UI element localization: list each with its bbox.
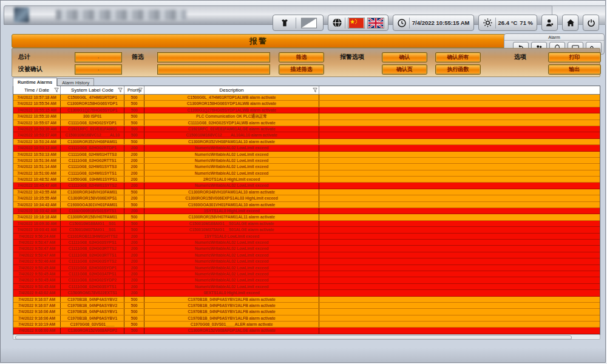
language-english-button[interactable] <box>367 18 384 29</box>
row-system-label-code: C1300ROR158V006EXPS1 <box>61 195 124 201</box>
home-icon <box>566 18 575 28</box>
table-row[interactable]: 7/4/2022 9:16:07 AMC1970B1B_04NP4ASYBV25… <box>13 297 600 303</box>
table-row[interactable]: 7/4/2022 10:03:41 AMC150010M375AIG1__S01… <box>13 227 600 233</box>
filter-funnel-icon[interactable] <box>313 87 317 93</box>
table-row[interactable]: 7/4/2022 10:57:18 AMC1500G0L_47HM01RTDP1… <box>13 95 600 101</box>
row-description: C1970B1B_04NP6ASYBV1ALFB alarm activate <box>144 315 319 321</box>
column-header-time-date[interactable]: Time / Date <box>13 86 61 94</box>
filter-button[interactable]: 筛选 <box>279 53 324 62</box>
table-row[interactable]: 7/4/2022 10:18:18 AMC1300ROR158VH07FAM01… <box>13 214 600 220</box>
table-row[interactable]: 7/4/2022 9:16:06 AMC1970B1B_04NP6ASYBV15… <box>13 315 600 322</box>
row-system-label-code: C1111G08_02HG03SYPS1 <box>61 240 124 245</box>
table-row[interactable]: 7/4/2022 10:53:37 AMC150010M168VC12____A… <box>13 132 600 138</box>
execute-function-button[interactable]: 执行函数 <box>436 65 480 74</box>
table-row[interactable]: 7/4/2022 10:09:30 AMC150010M168AIG1__S01… <box>13 221 600 227</box>
table-row[interactable]: 7/4/2022 10:51:34 AMC1111G08_02HG02RTTS1… <box>13 158 600 164</box>
table-row[interactable]: 7/4/2022 10:45:47 AMC1111G08_02HW01SYTS2… <box>13 183 600 189</box>
row-time: 7/4/2022 10:18:18 AM <box>13 214 61 220</box>
table-row[interactable]: 7/4/2022 9:53:47 AMC1111G08_02HG03SYPS12… <box>13 240 600 246</box>
row-filler <box>319 113 600 119</box>
app-window: 7/4/2022 10:55:15 AM 26.4 °C 71 % <box>0 0 606 363</box>
row-system-label-code: C1500ROM178V022EXTS1 <box>61 290 124 295</box>
power-icon <box>586 18 596 28</box>
total-count-field[interactable]: · <box>75 53 121 62</box>
flag-uk-icon <box>368 18 384 28</box>
row-filler <box>319 322 600 327</box>
row-system-label-code: C1300ROR348VH10FAM01 <box>61 189 124 195</box>
row-system-label-code: C1500G0L_47HM01RTDP1 <box>61 95 124 100</box>
row-priority: 200 <box>124 208 144 214</box>
language-chinese-button[interactable] <box>348 18 365 29</box>
row-description: C1970G08_03VS01____ALER alarm activate <box>144 322 319 327</box>
table-row[interactable]: 7/4/2022 9:53:45 AMC1111G08_02HG03ATPS12… <box>13 271 600 277</box>
row-time: 7/4/2022 10:55:54 AM <box>13 101 61 106</box>
row-time: 7/4/2022 9:53:45 AM <box>13 265 61 271</box>
row-time: 7/4/2022 9:53:47 AM <box>13 240 61 245</box>
print-button[interactable]: 打印 <box>549 53 600 62</box>
table-row[interactable]: 7/4/2022 9:53:45 AMC1111G08_02HG03SYDP12… <box>13 265 600 271</box>
user-button[interactable] <box>541 15 558 31</box>
row-time: 7/4/2022 10:53:24 AM <box>13 139 61 144</box>
filter-funnel-icon[interactable] <box>118 87 123 93</box>
home-button[interactable] <box>562 15 578 31</box>
filter-funnel-icon[interactable] <box>138 87 143 92</box>
table-row[interactable]: 7/4/2022 10:48:52 AMC1950G0E_03HM01SYPS1… <box>13 177 600 183</box>
column-header-description[interactable]: Description <box>144 86 319 94</box>
table-row[interactable]: 7/4/2022 10:33:42 AMC1102G00918VS01SYTS1… <box>13 208 600 214</box>
table-row[interactable]: 7/4/2022 9:53:45 AMC1111G08_02HG02SYDP22… <box>13 277 600 283</box>
horizontal-scrollbar[interactable] <box>13 334 600 340</box>
row-time: 7/4/2022 9:06:00 AM <box>13 328 61 333</box>
shirt-theme-icon <box>280 18 290 28</box>
row-filler <box>319 158 600 163</box>
row-time: 7/4/2022 9:16:07 AM <box>13 297 61 302</box>
acknowledge-button[interactable]: 确认 <box>382 53 427 62</box>
table-row[interactable]: 7/4/2022 9:16:07 AMC1970B1B_04NP6ASYBV25… <box>13 303 600 309</box>
row-system-label-code: C1111G08_02HG03SYTS2 <box>61 258 124 264</box>
table-row[interactable]: 7/4/2022 10:51:00 AMC1111G08_02HW01SYTS1… <box>13 170 600 177</box>
row-time: 7/4/2022 10:51:14 AM <box>13 164 61 169</box>
table-row[interactable]: 7/4/2022 10:53:13 AMC1111G08_02HG02RTDP1… <box>13 145 600 151</box>
table-row[interactable]: 7/4/2022 9:06:00 AMC1300ROR152V008AFDP25… <box>13 328 600 334</box>
table-row[interactable]: 7/4/2022 9:16:06 AMC1970B1B_04NP4ASYBV15… <box>13 309 600 315</box>
table-row[interactable]: 7/4/2022 9:53:46 AMC1111G08_02HG03SYTS22… <box>13 258 600 265</box>
table-row[interactable]: 7/4/2022 9:53:47 AMC1111G08_02HG03RTTS12… <box>13 252 600 258</box>
row-priority: 200 <box>124 170 144 176</box>
table-row[interactable]: 7/4/2022 10:43:55 AMC1300ROR348VH10FAM01… <box>13 189 600 195</box>
acknowledge-page-button[interactable]: 确认页 <box>382 65 427 74</box>
contrast-button[interactable] <box>299 15 319 31</box>
output-button[interactable]: 输出 <box>549 65 600 74</box>
filter-funnel-icon[interactable] <box>54 87 59 93</box>
description-filter-button[interactable]: 描述筛选 <box>279 65 324 74</box>
table-row[interactable]: 7/4/2022 9:43:02 AMC1500ROM178V022EXTS12… <box>13 290 600 296</box>
row-system-label-code: C1970B1B_04NP6ASYBV2 <box>61 303 124 308</box>
table-row[interactable]: 7/4/2022 10:53:24 AMC1300ROR352VH08FAM01… <box>13 139 600 145</box>
table-row[interactable]: 7/4/2022 9:53:47 AMC1111G08_02HG03RTTS22… <box>13 246 600 252</box>
acknowledge-all-button[interactable]: 确认所有 <box>436 53 480 62</box>
table-row[interactable]: 7/4/2022 10:53:39 AMC1921RFC_01VE81FAM01… <box>13 126 600 132</box>
table-row[interactable]: 7/4/2022 10:51:14 AMC1111G08_02HW01SYTS3… <box>13 164 600 170</box>
row-description: NumericWritableAL02 LowLimit exceed <box>144 277 319 283</box>
filter-input-1[interactable] <box>158 53 270 62</box>
row-description: C1300ROR348VH10FAM01AL10 alarm activate <box>144 189 319 195</box>
table-row[interactable]: 7/4/2022 9:53:45 AMC1111G08_02HG03SYTS12… <box>13 284 600 290</box>
table-row[interactable]: 7/4/2022 10:55:15 AMC1300G1Q276HG05SYDP1… <box>13 107 600 113</box>
filter-input-2[interactable] <box>158 65 270 74</box>
table-row[interactable]: 7/4/2022 10:53:13 AMC1111G08_02HW01HTTS3… <box>13 152 600 158</box>
row-description: NumericWritableAL02 LowLimit exceed <box>144 271 319 277</box>
row-time: 7/4/2022 9:53:47 AM <box>13 246 61 251</box>
column-header-system-label-code[interactable]: System Label Code <box>61 86 124 94</box>
table-row[interactable]: 7/4/2022 9:10:19 AMC1970G08_03VS01____50… <box>13 322 600 328</box>
table-row[interactable]: 7/4/2022 9:56:24 AMC1101ROB113HW01HTTS22… <box>13 234 600 240</box>
power-button[interactable] <box>583 15 599 31</box>
tab-runtime-alarms[interactable]: Runtime Alarms <box>13 78 57 86</box>
table-row[interactable]: 7/4/2022 10:55:54 AMC1300ROR158HG06SYDP1… <box>13 101 600 107</box>
column-header-priority[interactable]: Priority <box>124 86 144 94</box>
scrollbar-thumb[interactable] <box>15 335 572 340</box>
table-row[interactable]: 7/4/2022 10:55:10 AM300 ISP01500PLC Comm… <box>13 113 600 120</box>
table-row[interactable]: 7/4/2022 10:34:43 AMC1930GOA301VH01FAM01… <box>13 202 600 208</box>
table-row[interactable]: 7/4/2022 10:55:07 AMC1111G08_02HG02SYDP1… <box>13 120 600 126</box>
unacknowledged-count-field[interactable]: · <box>75 65 121 74</box>
theme-button[interactable] <box>277 15 293 31</box>
row-priority: 200 <box>124 195 144 201</box>
table-row[interactable]: 7/4/2022 10:35:55 AMC1300ROR158V006EXPS1… <box>13 195 600 201</box>
